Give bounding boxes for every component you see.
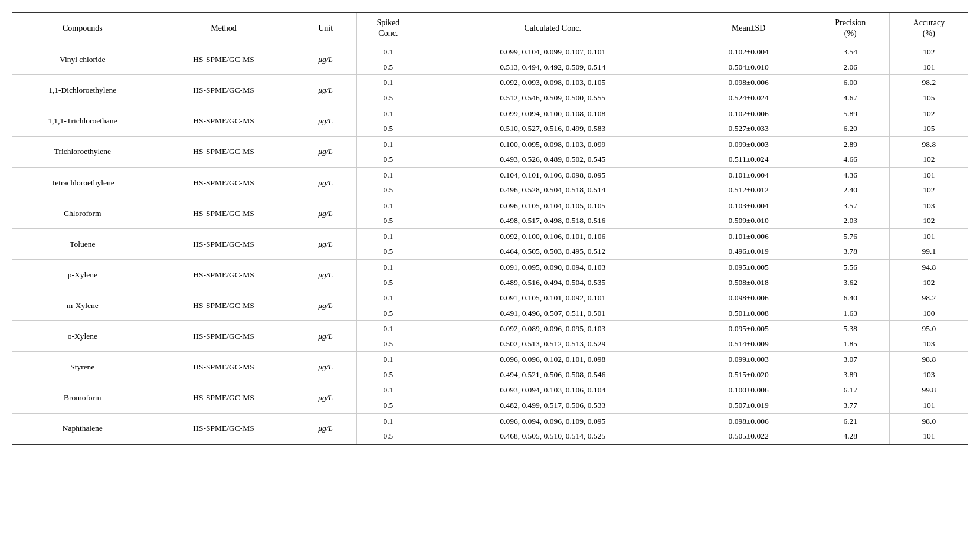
- spiked-conc: 0.1: [357, 106, 419, 121]
- unit-cell: μg/L: [294, 106, 357, 136]
- spiked-conc: 0.5: [357, 275, 419, 290]
- method-cell: HS-SPME/GC-MS: [153, 75, 294, 106]
- compound-name: Naphthalene: [12, 413, 153, 444]
- precision: 4.67: [811, 90, 890, 106]
- mean-sd: 0.509±0.010: [686, 213, 811, 228]
- mean-sd: 0.496±0.019: [686, 244, 811, 259]
- mean-sd: 0.095±0.005: [686, 260, 811, 275]
- calculated-conc: 0.100, 0.095, 0.098, 0.103, 0.099: [419, 136, 686, 152]
- header-mean-sd: Mean±SD: [686, 12, 811, 44]
- compound-name: Vinyl chloride: [12, 44, 153, 75]
- calculated-conc: 0.104, 0.101, 0.106, 0.098, 0.095: [419, 167, 686, 182]
- mean-sd: 0.098±0.006: [686, 413, 811, 428]
- mean-sd: 0.501±0.008: [686, 306, 811, 321]
- precision: 6.20: [811, 121, 890, 136]
- calculated-conc: 0.482, 0.499, 0.517, 0.506, 0.533: [419, 398, 686, 413]
- mean-sd: 0.099±0.003: [686, 136, 811, 152]
- calculated-conc: 0.096, 0.105, 0.104, 0.105, 0.105: [419, 198, 686, 213]
- header-accuracy: Accuracy(%): [890, 12, 968, 44]
- accuracy: 102: [890, 275, 968, 290]
- accuracy: 99.8: [890, 382, 968, 398]
- calculated-conc: 0.498, 0.517, 0.498, 0.518, 0.516: [419, 213, 686, 228]
- spiked-conc: 0.5: [357, 182, 419, 198]
- calculated-conc: 0.464, 0.505, 0.503, 0.495, 0.512: [419, 244, 686, 259]
- spiked-conc: 0.5: [357, 336, 419, 352]
- unit-cell: μg/L: [294, 290, 357, 321]
- accuracy: 102: [890, 213, 968, 228]
- precision: 6.21: [811, 413, 890, 428]
- spiked-conc: 0.5: [357, 213, 419, 228]
- unit-cell: μg/L: [294, 44, 357, 75]
- accuracy: 105: [890, 121, 968, 136]
- unit-cell: μg/L: [294, 260, 357, 290]
- mean-sd: 0.100±0.006: [686, 382, 811, 398]
- compound-name: o-Xylene: [12, 321, 153, 352]
- table-row: Vinyl chlorideHS-SPME/GC-MSμg/L0.10.099,…: [12, 44, 968, 60]
- mean-sd: 0.098±0.006: [686, 290, 811, 306]
- precision: 3.07: [811, 352, 890, 367]
- spiked-conc: 0.1: [357, 75, 419, 90]
- spiked-conc: 0.1: [357, 413, 419, 428]
- data-table: Compounds Method Unit SpikedConc. Calcul…: [12, 12, 968, 445]
- accuracy: 98.8: [890, 352, 968, 367]
- precision: 5.89: [811, 106, 890, 121]
- method-cell: HS-SPME/GC-MS: [153, 44, 294, 75]
- spiked-conc: 0.1: [357, 321, 419, 336]
- accuracy: 103: [890, 198, 968, 213]
- table-row: TrichloroethyleneHS-SPME/GC-MSμg/L0.10.1…: [12, 136, 968, 152]
- accuracy: 101: [890, 167, 968, 182]
- compound-name: Toluene: [12, 228, 153, 259]
- mean-sd: 0.515±0.020: [686, 367, 811, 382]
- compound-name: 1,1-Dichloroethylene: [12, 75, 153, 106]
- spiked-conc: 0.1: [357, 260, 419, 275]
- calculated-conc: 0.491, 0.496, 0.507, 0.511, 0.501: [419, 306, 686, 321]
- unit-cell: μg/L: [294, 198, 357, 228]
- accuracy: 102: [890, 44, 968, 60]
- table-row: o-XyleneHS-SPME/GC-MSμg/L0.10.092, 0.089…: [12, 321, 968, 336]
- precision: 3.89: [811, 367, 890, 382]
- unit-cell: μg/L: [294, 382, 357, 413]
- mean-sd: 0.512±0.012: [686, 182, 811, 198]
- spiked-conc: 0.1: [357, 352, 419, 367]
- mean-sd: 0.101±0.004: [686, 167, 811, 182]
- mean-sd: 0.103±0.004: [686, 198, 811, 213]
- table-row: NaphthaleneHS-SPME/GC-MSμg/L0.10.096, 0.…: [12, 413, 968, 428]
- mean-sd: 0.098±0.006: [686, 75, 811, 90]
- spiked-conc: 0.1: [357, 198, 419, 213]
- precision: 3.77: [811, 398, 890, 413]
- calculated-conc: 0.092, 0.100, 0.106, 0.101, 0.106: [419, 228, 686, 244]
- method-cell: HS-SPME/GC-MS: [153, 198, 294, 228]
- precision: 4.36: [811, 167, 890, 182]
- precision: 2.40: [811, 182, 890, 198]
- precision: 5.38: [811, 321, 890, 336]
- accuracy: 94.8: [890, 260, 968, 275]
- compound-name: m-Xylene: [12, 290, 153, 321]
- compound-name: Bromoform: [12, 382, 153, 413]
- precision: 5.76: [811, 228, 890, 244]
- precision: 2.03: [811, 213, 890, 228]
- unit-cell: μg/L: [294, 352, 357, 382]
- mean-sd: 0.101±0.006: [686, 228, 811, 244]
- calculated-conc: 0.092, 0.093, 0.098, 0.103, 0.105: [419, 75, 686, 90]
- spiked-conc: 0.5: [357, 367, 419, 382]
- accuracy: 98.2: [890, 290, 968, 306]
- precision: 3.62: [811, 275, 890, 290]
- mean-sd: 0.527±0.033: [686, 121, 811, 136]
- mean-sd: 0.504±0.010: [686, 60, 811, 75]
- mean-sd: 0.508±0.018: [686, 275, 811, 290]
- table-row: BromoformHS-SPME/GC-MSμg/L0.10.093, 0.09…: [12, 382, 968, 398]
- mean-sd: 0.505±0.022: [686, 428, 811, 444]
- precision: 5.56: [811, 260, 890, 275]
- spiked-conc: 0.5: [357, 244, 419, 259]
- accuracy: 98.2: [890, 75, 968, 90]
- spiked-conc: 0.5: [357, 306, 419, 321]
- header-unit: Unit: [294, 12, 357, 44]
- unit-cell: μg/L: [294, 321, 357, 352]
- compound-name: Styrene: [12, 352, 153, 382]
- precision: 4.66: [811, 152, 890, 167]
- method-cell: HS-SPME/GC-MS: [153, 290, 294, 321]
- precision: 3.54: [811, 44, 890, 60]
- header-method: Method: [153, 12, 294, 44]
- precision: 1.85: [811, 336, 890, 352]
- accuracy: 105: [890, 90, 968, 106]
